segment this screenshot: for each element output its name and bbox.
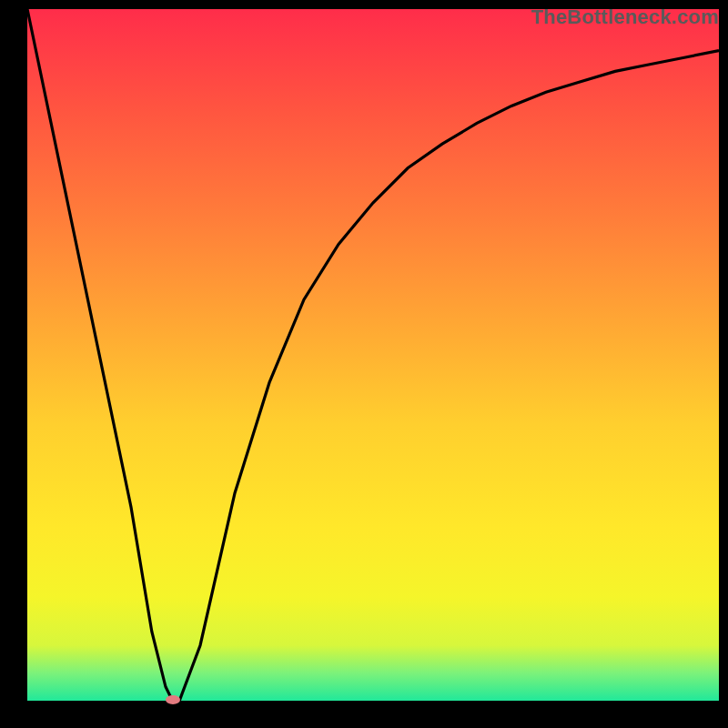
curve-path [27, 9, 719, 701]
watermark-text: TheBottleneck.com [531, 5, 719, 29]
chart-container: TheBottleneck.com [0, 0, 728, 728]
marker-dot [166, 695, 180, 704]
chart-line [27, 9, 719, 701]
plot-area [27, 9, 719, 701]
